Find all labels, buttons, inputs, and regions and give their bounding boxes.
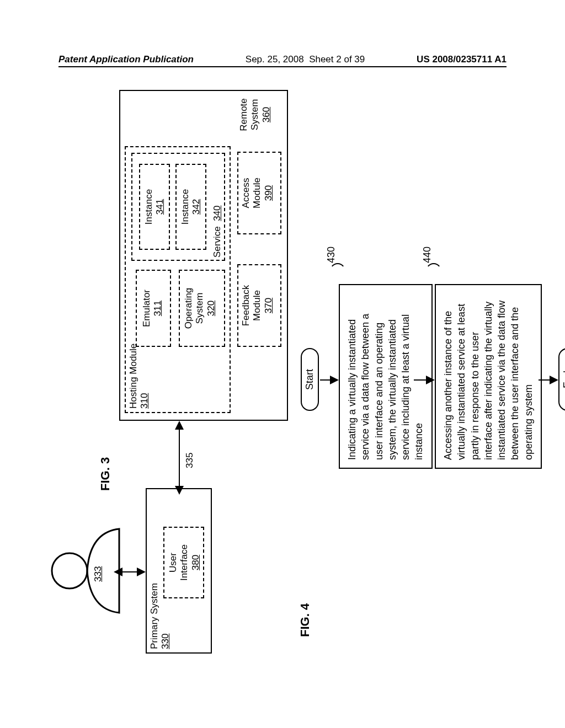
hosting-module-label: Hosting Module310: [128, 344, 151, 409]
fc-start: Start: [301, 348, 319, 411]
access-module-label: AccessModule390: [241, 154, 274, 232]
instance-342-label: Instance342: [180, 166, 202, 248]
publication-id: US 2008/0235711 A1: [417, 54, 507, 65]
feedback-module-label: FeedbackModule370: [241, 266, 274, 345]
os-label: OperatingSystem320: [183, 272, 217, 345]
fc-step-430: Indicating a virtually instantiated serv…: [339, 284, 433, 469]
user-icon: [49, 521, 122, 620]
patent-page: Patent Application Publication Sep. 25, …: [0, 0, 565, 728]
link-ref-335: 335: [184, 453, 195, 468]
figure-4: FIG. 4 Start Indicating a virtually inst…: [298, 119, 502, 631]
user-ref-333: 333: [93, 566, 104, 582]
figure-content: FIG. 4 Start Indicating a virtually inst…: [61, 102, 502, 654]
page-header: Patent Application Publication Sep. 25, …: [58, 51, 507, 67]
emulator-label: Emulator311: [141, 272, 164, 345]
svg-point-0: [52, 553, 87, 588]
publication-type: Patent Application Publication: [58, 54, 194, 65]
remote-system-label: RemoteSystem360: [238, 93, 272, 136]
fig3-title: FIG. 3: [98, 457, 113, 491]
figure-3: FIG. 3 333 Primary System330 UserInte: [98, 91, 289, 654]
fc-end: End: [558, 348, 565, 411]
instance-341-label: Instance341: [143, 166, 166, 248]
publication-date: Sep. 25, 2008 Sheet 2 of 39: [246, 54, 365, 65]
fc-step-440: Accessing another instance of the virtua…: [435, 284, 542, 469]
fc-ref-430: 430: [326, 247, 337, 263]
service-label: Service 340: [212, 205, 223, 258]
user-interface-label: UserInterface380: [168, 533, 201, 592]
fc-ref-440: 440: [422, 247, 433, 263]
fig4-title: FIG. 4: [298, 603, 312, 637]
